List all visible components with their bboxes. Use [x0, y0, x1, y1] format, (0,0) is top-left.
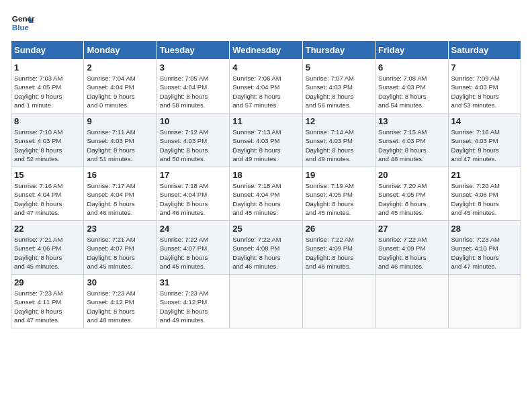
- header: General Blue: [11, 11, 521, 35]
- day-number: 16: [87, 170, 153, 180]
- day-info: Sunrise: 7:22 AM Sunset: 4:09 PM Dayligh…: [378, 235, 445, 271]
- day-number: 1: [14, 62, 81, 73]
- calendar-cell: [375, 275, 448, 328]
- calendar-cell: 19Sunrise: 7:19 AM Sunset: 4:05 PM Dayli…: [302, 167, 375, 221]
- day-info: Sunrise: 7:15 AM Sunset: 4:03 PM Dayligh…: [378, 128, 445, 163]
- day-info: Sunrise: 7:03 AM Sunset: 4:05 PM Dayligh…: [14, 74, 81, 109]
- day-info: Sunrise: 7:18 AM Sunset: 4:04 PM Dayligh…: [232, 181, 299, 217]
- day-number: 8: [14, 116, 81, 126]
- calendar-cell: 14Sunrise: 7:16 AM Sunset: 4:03 PM Dayli…: [448, 113, 521, 167]
- day-info: Sunrise: 7:13 AM Sunset: 4:03 PM Dayligh…: [232, 128, 299, 163]
- day-info: Sunrise: 7:20 AM Sunset: 4:06 PM Dayligh…: [451, 181, 518, 217]
- calendar-cell: 13Sunrise: 7:15 AM Sunset: 4:03 PM Dayli…: [375, 113, 448, 167]
- day-number: 14: [451, 116, 518, 126]
- column-header-sunday: Sunday: [11, 41, 84, 60]
- day-number: 26: [306, 224, 372, 234]
- day-info: Sunrise: 7:10 AM Sunset: 4:03 PM Dayligh…: [14, 128, 81, 163]
- day-number: 28: [451, 224, 518, 234]
- day-number: 19: [306, 170, 372, 180]
- column-header-monday: Monday: [84, 41, 157, 60]
- day-info: Sunrise: 7:08 AM Sunset: 4:03 PM Dayligh…: [378, 74, 445, 109]
- calendar-cell: 15Sunrise: 7:16 AM Sunset: 4:04 PM Dayli…: [11, 167, 84, 221]
- calendar-cell: 22Sunrise: 7:21 AM Sunset: 4:06 PM Dayli…: [11, 221, 84, 275]
- day-number: 9: [87, 116, 153, 126]
- calendar-cell: 3Sunrise: 7:05 AM Sunset: 4:04 PM Daylig…: [157, 60, 229, 113]
- day-number: 17: [160, 170, 226, 180]
- day-number: 2: [87, 62, 153, 73]
- day-info: Sunrise: 7:19 AM Sunset: 4:05 PM Dayligh…: [306, 181, 372, 217]
- day-info: Sunrise: 7:18 AM Sunset: 4:04 PM Dayligh…: [160, 181, 226, 217]
- day-number: 29: [14, 277, 81, 287]
- day-info: Sunrise: 7:14 AM Sunset: 4:03 PM Dayligh…: [306, 128, 372, 163]
- calendar-cell: 21Sunrise: 7:20 AM Sunset: 4:06 PM Dayli…: [448, 167, 521, 221]
- calendar-cell: 12Sunrise: 7:14 AM Sunset: 4:03 PM Dayli…: [302, 113, 375, 167]
- day-number: 21: [451, 170, 518, 180]
- calendar-header-row: SundayMondayTuesdayWednesdayThursdayFrid…: [11, 41, 521, 60]
- day-number: 12: [306, 116, 372, 126]
- day-info: Sunrise: 7:23 AM Sunset: 4:12 PM Dayligh…: [87, 289, 153, 324]
- calendar-cell: 26Sunrise: 7:22 AM Sunset: 4:09 PM Dayli…: [302, 221, 375, 275]
- day-number: 13: [378, 116, 445, 126]
- day-number: 18: [232, 170, 299, 180]
- day-info: Sunrise: 7:16 AM Sunset: 4:04 PM Dayligh…: [14, 181, 81, 217]
- day-info: Sunrise: 7:09 AM Sunset: 4:03 PM Dayligh…: [451, 74, 518, 109]
- calendar-cell: 7Sunrise: 7:09 AM Sunset: 4:03 PM Daylig…: [448, 60, 521, 113]
- calendar-cell: 25Sunrise: 7:22 AM Sunset: 4:08 PM Dayli…: [230, 221, 302, 275]
- calendar-cell: 5Sunrise: 7:07 AM Sunset: 4:03 PM Daylig…: [302, 60, 375, 113]
- day-info: Sunrise: 7:21 AM Sunset: 4:06 PM Dayligh…: [14, 235, 81, 271]
- day-info: Sunrise: 7:07 AM Sunset: 4:03 PM Dayligh…: [306, 74, 372, 109]
- calendar-cell: 2Sunrise: 7:04 AM Sunset: 4:04 PM Daylig…: [84, 60, 157, 113]
- day-info: Sunrise: 7:04 AM Sunset: 4:04 PM Dayligh…: [87, 74, 153, 109]
- calendar-cell: [230, 275, 302, 328]
- column-header-saturday: Saturday: [448, 41, 521, 60]
- calendar-cell: 4Sunrise: 7:06 AM Sunset: 4:04 PM Daylig…: [230, 60, 302, 113]
- day-info: Sunrise: 7:06 AM Sunset: 4:04 PM Dayligh…: [232, 74, 299, 109]
- column-header-tuesday: Tuesday: [157, 41, 229, 60]
- calendar-table: SundayMondayTuesdayWednesdayThursdayFrid…: [11, 40, 521, 328]
- calendar-body: 1Sunrise: 7:03 AM Sunset: 4:05 PM Daylig…: [11, 60, 521, 328]
- calendar-cell: 30Sunrise: 7:23 AM Sunset: 4:12 PM Dayli…: [84, 275, 157, 328]
- calendar-week-row: 22Sunrise: 7:21 AM Sunset: 4:06 PM Dayli…: [11, 221, 521, 275]
- calendar-cell: 11Sunrise: 7:13 AM Sunset: 4:03 PM Dayli…: [230, 113, 302, 167]
- day-number: 4: [232, 62, 299, 73]
- calendar-cell: 9Sunrise: 7:11 AM Sunset: 4:03 PM Daylig…: [84, 113, 157, 167]
- day-info: Sunrise: 7:23 AM Sunset: 4:10 PM Dayligh…: [451, 235, 518, 271]
- column-header-thursday: Thursday: [302, 41, 375, 60]
- day-info: Sunrise: 7:17 AM Sunset: 4:04 PM Dayligh…: [87, 181, 153, 217]
- calendar-cell: 1Sunrise: 7:03 AM Sunset: 4:05 PM Daylig…: [11, 60, 84, 113]
- calendar-week-row: 8Sunrise: 7:10 AM Sunset: 4:03 PM Daylig…: [11, 113, 521, 167]
- day-number: 7: [451, 62, 518, 73]
- day-info: Sunrise: 7:23 AM Sunset: 4:12 PM Dayligh…: [160, 289, 226, 324]
- day-info: Sunrise: 7:23 AM Sunset: 4:11 PM Dayligh…: [14, 289, 81, 324]
- day-number: 5: [306, 62, 372, 73]
- calendar-cell: 10Sunrise: 7:12 AM Sunset: 4:03 PM Dayli…: [157, 113, 229, 167]
- calendar-week-row: 1Sunrise: 7:03 AM Sunset: 4:05 PM Daylig…: [11, 60, 521, 113]
- day-info: Sunrise: 7:22 AM Sunset: 4:09 PM Dayligh…: [306, 235, 372, 271]
- day-number: 15: [14, 170, 81, 180]
- day-number: 6: [378, 62, 445, 73]
- column-header-friday: Friday: [375, 41, 448, 60]
- calendar-cell: 20Sunrise: 7:20 AM Sunset: 4:05 PM Dayli…: [375, 167, 448, 221]
- logo: General Blue: [11, 11, 35, 35]
- day-number: 31: [160, 277, 226, 287]
- calendar-cell: [448, 275, 521, 328]
- calendar-cell: 18Sunrise: 7:18 AM Sunset: 4:04 PM Dayli…: [230, 167, 302, 221]
- day-info: Sunrise: 7:22 AM Sunset: 4:07 PM Dayligh…: [160, 235, 226, 271]
- day-info: Sunrise: 7:12 AM Sunset: 4:03 PM Dayligh…: [160, 128, 226, 163]
- column-header-wednesday: Wednesday: [230, 41, 302, 60]
- logo-icon: General Blue: [11, 11, 35, 35]
- calendar-week-row: 15Sunrise: 7:16 AM Sunset: 4:04 PM Dayli…: [11, 167, 521, 221]
- calendar-cell: 23Sunrise: 7:21 AM Sunset: 4:07 PM Dayli…: [84, 221, 157, 275]
- calendar-cell: 29Sunrise: 7:23 AM Sunset: 4:11 PM Dayli…: [11, 275, 84, 328]
- day-number: 24: [160, 224, 226, 234]
- day-number: 23: [87, 224, 153, 234]
- calendar-cell: 8Sunrise: 7:10 AM Sunset: 4:03 PM Daylig…: [11, 113, 84, 167]
- day-info: Sunrise: 7:11 AM Sunset: 4:03 PM Dayligh…: [87, 128, 153, 163]
- svg-text:Blue: Blue: [12, 23, 30, 32]
- calendar-week-row: 29Sunrise: 7:23 AM Sunset: 4:11 PM Dayli…: [11, 275, 521, 328]
- calendar-cell: [302, 275, 375, 328]
- calendar-cell: 6Sunrise: 7:08 AM Sunset: 4:03 PM Daylig…: [375, 60, 448, 113]
- day-number: 11: [232, 116, 299, 126]
- calendar-cell: 31Sunrise: 7:23 AM Sunset: 4:12 PM Dayli…: [157, 275, 229, 328]
- calendar-cell: 24Sunrise: 7:22 AM Sunset: 4:07 PM Dayli…: [157, 221, 229, 275]
